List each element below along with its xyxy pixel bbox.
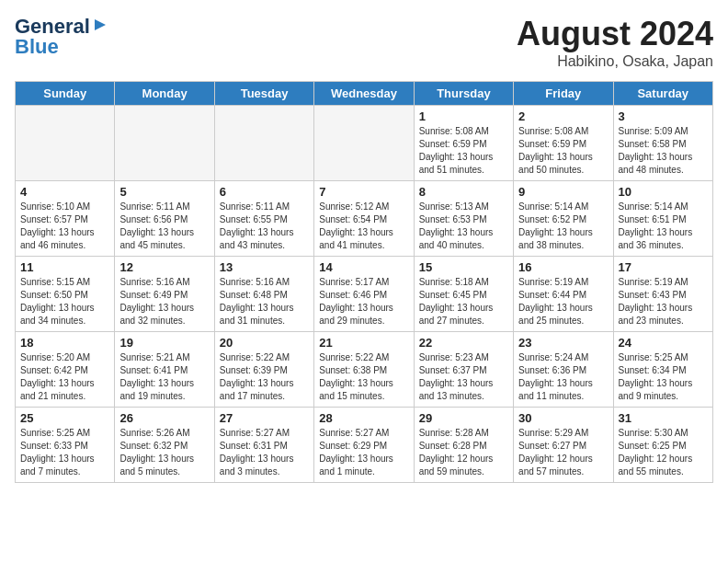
weekday-header-tuesday: Tuesday bbox=[214, 82, 313, 106]
calendar-cell: 19Sunrise: 5:21 AM Sunset: 6:41 PM Dayli… bbox=[115, 332, 214, 408]
day-info: Sunrise: 5:13 AM Sunset: 6:53 PM Dayligh… bbox=[419, 201, 508, 252]
calendar-cell: 14Sunrise: 5:17 AM Sunset: 6:46 PM Dayli… bbox=[314, 257, 414, 332]
weekday-header-monday: Monday bbox=[115, 82, 214, 106]
day-number: 20 bbox=[220, 336, 309, 350]
logo-arrow-icon bbox=[93, 17, 108, 36]
day-number: 4 bbox=[20, 185, 109, 199]
day-info: Sunrise: 5:25 AM Sunset: 6:33 PM Dayligh… bbox=[20, 427, 109, 478]
weekday-header-wednesday: Wednesday bbox=[314, 82, 414, 106]
calendar-cell: 31Sunrise: 5:30 AM Sunset: 6:25 PM Dayli… bbox=[613, 408, 712, 483]
day-number: 28 bbox=[319, 411, 408, 425]
day-info: Sunrise: 5:20 AM Sunset: 6:42 PM Dayligh… bbox=[20, 351, 109, 403]
svg-marker-0 bbox=[95, 19, 106, 30]
day-info: Sunrise: 5:11 AM Sunset: 6:55 PM Dayligh… bbox=[220, 201, 309, 252]
calendar-cell: 22Sunrise: 5:23 AM Sunset: 6:37 PM Dayli… bbox=[414, 332, 513, 408]
calendar-cell: 8Sunrise: 5:13 AM Sunset: 6:53 PM Daylig… bbox=[414, 181, 513, 257]
day-number: 6 bbox=[220, 185, 309, 199]
day-number: 21 bbox=[319, 336, 408, 350]
weekday-header-sunday: Sunday bbox=[16, 82, 115, 106]
calendar-cell: 3Sunrise: 5:09 AM Sunset: 6:58 PM Daylig… bbox=[613, 106, 712, 181]
calendar-week-row-2: 4Sunrise: 5:10 AM Sunset: 6:57 PM Daylig… bbox=[16, 181, 713, 257]
calendar-table: SundayMondayTuesdayWednesdayThursdayFrid… bbox=[15, 81, 713, 483]
day-info: Sunrise: 5:24 AM Sunset: 6:36 PM Dayligh… bbox=[518, 351, 608, 403]
day-number: 15 bbox=[419, 260, 508, 274]
day-number: 3 bbox=[619, 109, 708, 123]
day-info: Sunrise: 5:19 AM Sunset: 6:43 PM Dayligh… bbox=[619, 276, 708, 327]
day-info: Sunrise: 5:10 AM Sunset: 6:57 PM Dayligh… bbox=[20, 201, 109, 252]
day-info: Sunrise: 5:16 AM Sunset: 6:49 PM Dayligh… bbox=[119, 276, 209, 327]
calendar-cell: 23Sunrise: 5:24 AM Sunset: 6:36 PM Dayli… bbox=[514, 332, 613, 408]
day-number: 26 bbox=[119, 411, 209, 425]
calendar-cell: 10Sunrise: 5:14 AM Sunset: 6:51 PM Dayli… bbox=[613, 181, 712, 257]
logo: General Blue bbox=[15, 15, 108, 59]
day-number: 31 bbox=[619, 411, 708, 425]
day-info: Sunrise: 5:27 AM Sunset: 6:29 PM Dayligh… bbox=[319, 427, 408, 478]
day-info: Sunrise: 5:23 AM Sunset: 6:37 PM Dayligh… bbox=[419, 351, 508, 403]
day-number: 27 bbox=[220, 411, 309, 425]
calendar-cell: 15Sunrise: 5:18 AM Sunset: 6:45 PM Dayli… bbox=[414, 257, 513, 332]
day-number: 13 bbox=[220, 260, 309, 274]
calendar-cell bbox=[16, 106, 115, 181]
calendar-cell: 27Sunrise: 5:27 AM Sunset: 6:31 PM Dayli… bbox=[214, 408, 313, 483]
day-number: 24 bbox=[619, 336, 708, 350]
day-number: 30 bbox=[518, 411, 608, 425]
day-info: Sunrise: 5:22 AM Sunset: 6:39 PM Dayligh… bbox=[220, 351, 309, 403]
day-number: 19 bbox=[119, 336, 209, 350]
calendar-cell: 12Sunrise: 5:16 AM Sunset: 6:49 PM Dayli… bbox=[115, 257, 214, 332]
calendar-cell: 4Sunrise: 5:10 AM Sunset: 6:57 PM Daylig… bbox=[16, 181, 115, 257]
day-info: Sunrise: 5:19 AM Sunset: 6:44 PM Dayligh… bbox=[518, 276, 608, 327]
title-block: August 2024 Habikino, Osaka, Japan bbox=[517, 15, 713, 70]
calendar-week-row-1: 1Sunrise: 5:08 AM Sunset: 6:59 PM Daylig… bbox=[16, 106, 713, 181]
day-info: Sunrise: 5:30 AM Sunset: 6:25 PM Dayligh… bbox=[619, 427, 708, 478]
calendar-cell: 6Sunrise: 5:11 AM Sunset: 6:55 PM Daylig… bbox=[214, 181, 313, 257]
calendar-cell: 1Sunrise: 5:08 AM Sunset: 6:59 PM Daylig… bbox=[414, 106, 513, 181]
day-info: Sunrise: 5:29 AM Sunset: 6:27 PM Dayligh… bbox=[518, 427, 608, 478]
calendar-cell: 7Sunrise: 5:12 AM Sunset: 6:54 PM Daylig… bbox=[314, 181, 414, 257]
day-number: 8 bbox=[419, 185, 508, 199]
day-info: Sunrise: 5:16 AM Sunset: 6:48 PM Dayligh… bbox=[220, 276, 309, 327]
day-info: Sunrise: 5:08 AM Sunset: 6:59 PM Dayligh… bbox=[518, 125, 608, 177]
day-info: Sunrise: 5:18 AM Sunset: 6:45 PM Dayligh… bbox=[419, 276, 508, 327]
location-subtitle: Habikino, Osaka, Japan bbox=[517, 53, 713, 70]
calendar-cell: 24Sunrise: 5:25 AM Sunset: 6:34 PM Dayli… bbox=[613, 332, 712, 408]
day-info: Sunrise: 5:12 AM Sunset: 6:54 PM Dayligh… bbox=[319, 201, 408, 252]
day-info: Sunrise: 5:22 AM Sunset: 6:38 PM Dayligh… bbox=[319, 351, 408, 403]
calendar-cell: 5Sunrise: 5:11 AM Sunset: 6:56 PM Daylig… bbox=[115, 181, 214, 257]
day-number: 12 bbox=[119, 260, 209, 274]
calendar-cell: 2Sunrise: 5:08 AM Sunset: 6:59 PM Daylig… bbox=[514, 106, 613, 181]
day-number: 9 bbox=[518, 185, 608, 199]
weekday-header-thursday: Thursday bbox=[414, 82, 513, 106]
day-info: Sunrise: 5:09 AM Sunset: 6:58 PM Dayligh… bbox=[619, 125, 708, 177]
day-number: 17 bbox=[619, 260, 708, 274]
day-number: 7 bbox=[319, 185, 408, 199]
day-info: Sunrise: 5:17 AM Sunset: 6:46 PM Dayligh… bbox=[319, 276, 408, 327]
calendar-cell: 21Sunrise: 5:22 AM Sunset: 6:38 PM Dayli… bbox=[314, 332, 414, 408]
day-number: 5 bbox=[119, 185, 209, 199]
day-info: Sunrise: 5:15 AM Sunset: 6:50 PM Dayligh… bbox=[20, 276, 109, 327]
weekday-header-friday: Friday bbox=[514, 82, 613, 106]
calendar-week-row-4: 18Sunrise: 5:20 AM Sunset: 6:42 PM Dayli… bbox=[16, 332, 713, 408]
calendar-cell: 16Sunrise: 5:19 AM Sunset: 6:44 PM Dayli… bbox=[514, 257, 613, 332]
day-info: Sunrise: 5:21 AM Sunset: 6:41 PM Dayligh… bbox=[119, 351, 209, 403]
calendar-cell: 17Sunrise: 5:19 AM Sunset: 6:43 PM Dayli… bbox=[613, 257, 712, 332]
calendar-cell bbox=[115, 106, 214, 181]
weekday-header-row: SundayMondayTuesdayWednesdayThursdayFrid… bbox=[16, 82, 713, 106]
day-number: 25 bbox=[20, 411, 109, 425]
day-info: Sunrise: 5:14 AM Sunset: 6:52 PM Dayligh… bbox=[518, 201, 608, 252]
day-number: 22 bbox=[419, 336, 508, 350]
day-number: 1 bbox=[419, 109, 508, 123]
day-number: 29 bbox=[419, 411, 508, 425]
day-info: Sunrise: 5:14 AM Sunset: 6:51 PM Dayligh… bbox=[619, 201, 708, 252]
month-year-title: August 2024 bbox=[517, 15, 713, 53]
calendar-week-row-5: 25Sunrise: 5:25 AM Sunset: 6:33 PM Dayli… bbox=[16, 408, 713, 483]
calendar-cell: 20Sunrise: 5:22 AM Sunset: 6:39 PM Dayli… bbox=[214, 332, 313, 408]
calendar-cell: 18Sunrise: 5:20 AM Sunset: 6:42 PM Dayli… bbox=[16, 332, 115, 408]
calendar-cell: 11Sunrise: 5:15 AM Sunset: 6:50 PM Dayli… bbox=[16, 257, 115, 332]
calendar-cell: 28Sunrise: 5:27 AM Sunset: 6:29 PM Dayli… bbox=[314, 408, 414, 483]
calendar-cell bbox=[214, 106, 313, 181]
day-info: Sunrise: 5:25 AM Sunset: 6:34 PM Dayligh… bbox=[619, 351, 708, 403]
day-number: 16 bbox=[518, 260, 608, 274]
day-number: 14 bbox=[319, 260, 408, 274]
calendar-cell bbox=[314, 106, 414, 181]
calendar-cell: 26Sunrise: 5:26 AM Sunset: 6:32 PM Dayli… bbox=[115, 408, 214, 483]
